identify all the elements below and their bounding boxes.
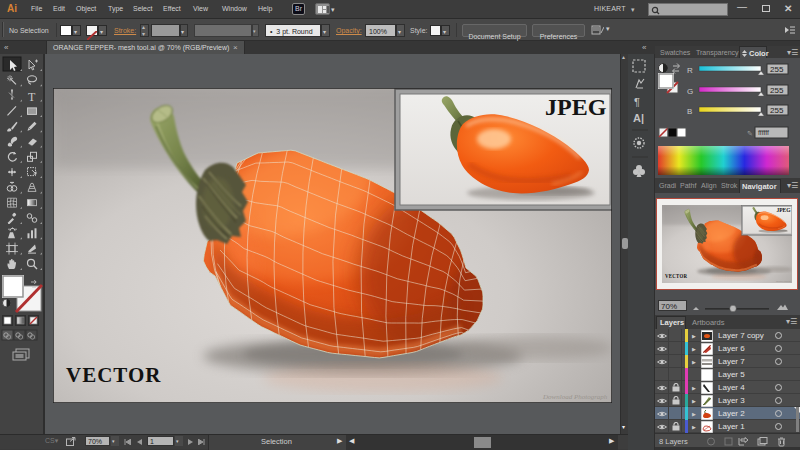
svg-text:B: B [687,107,692,116]
svg-text:255: 255 [770,106,784,115]
svg-text:G: G [687,87,693,96]
svg-text:255: 255 [770,86,784,95]
svg-text:255: 255 [770,65,784,74]
svg-text:¶: ¶ [634,96,640,108]
svg-text:ffffff: ffffff [758,129,769,136]
svg-text:A|: A| [633,112,644,124]
svg-text:T: T [28,90,36,104]
svg-text:JPEG: JPEG [545,94,607,120]
svg-text:Download Photograph: Download Photograph [542,393,608,401]
svg-text:VECTOR: VECTOR [66,363,161,387]
svg-text:R: R [687,66,693,75]
svg-text:✎: ✎ [747,130,753,137]
